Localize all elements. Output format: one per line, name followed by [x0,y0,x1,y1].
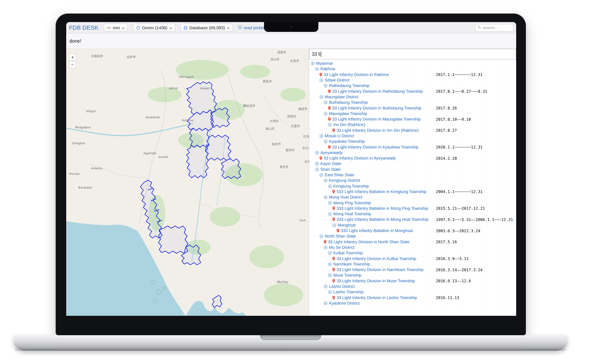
expand-icon[interactable] [328,201,332,205]
tree-node-label[interactable]: Kyauktaw Township [329,139,365,144]
tree-row[interactable]: Myanmar [309,61,516,66]
tree-node-label[interactable]: Mong Hsat District [329,195,362,200]
expand-icon[interactable] [328,273,332,277]
tree-row[interactable]: 33 Light Infantry Division in Maungdaw T… [309,117,516,122]
geom-dropdown[interactable]: Geom (1408) [133,24,175,32]
tree-row[interactable]: Kyaukme District [309,300,516,306]
tree-row[interactable]: Kayin State [309,161,516,167]
expand-icon[interactable] [324,112,328,116]
tree-node-label[interactable]: 33 Light Infantry Division in Maungdaw T… [332,117,421,122]
tree-node-label[interactable]: 33 Light Infantry Division in Rathedaung… [332,89,423,94]
tree-node-label[interactable]: 533 Light Infantry Battalion in Kengtung… [337,189,426,194]
tree-row[interactable]: Mong Hsat District [309,195,516,200]
tree-row[interactable]: Lashio District [309,284,516,289]
expand-icon[interactable] [328,251,332,255]
tree-row[interactable]: East Shan State [309,172,516,178]
pin-icon[interactable] [319,156,322,160]
tree-row[interactable]: Kyauktaw Township [309,139,516,144]
expand-icon[interactable] [328,262,332,266]
tree-node-label[interactable]: Mu Se District [329,245,354,250]
tree-node-label[interactable]: 33 Light Infantry Division in Ayeyarwady [324,156,396,161]
expand-icon[interactable] [324,195,328,199]
toolbar-search[interactable] [475,24,513,32]
pin-icon[interactable] [332,129,335,132]
expand-icon[interactable] [332,223,336,227]
tree-row[interactable]: Kengtung District [309,178,516,183]
tree-node-label[interactable]: Lashio District [329,284,355,289]
pin-icon[interactable] [328,90,331,93]
tree-node-label[interactable]: Inn Din (Rakhine) [333,122,365,127]
tree-row[interactable]: Kengtung Township [309,183,516,189]
expand-icon[interactable] [324,100,328,104]
expand-icon[interactable] [319,78,323,82]
tree-node-label[interactable]: 333 Light Infantry Battalion in Monghsat [341,228,413,233]
tree-node-label[interactable]: Kengtung District [329,178,360,183]
tree-row[interactable]: 333 Light Infantry Battalion in Mong Pin… [309,206,516,211]
tree-node-label[interactable]: Maungdaw Township [329,111,367,116]
tree-row[interactable]: 33 Light Infantry Division in Lashio Tow… [309,295,516,300]
tree-row[interactable]: Mong Hsat Township [309,211,516,217]
unit-dropdown[interactable]: mm [104,24,128,32]
tree-row[interactable]: Maungdaw District [309,94,516,100]
pin-icon[interactable] [337,229,339,233]
search-input[interactable] [482,25,506,30]
tree-node-label[interactable]: 33 Light Infantry Division in Inn Din (R… [337,128,418,133]
tree-filter-input[interactable]: 33 li [309,49,516,59]
tree-row[interactable]: 33 Light Infantry Division in Ayeyarwady… [309,156,516,161]
tree-node-label[interactable]: 33 Light Infantry Division in Namhkam To… [337,267,424,272]
expand-icon[interactable] [315,67,319,71]
expand-icon[interactable] [328,212,332,216]
tree-node-label[interactable]: Kengtung Township [333,184,369,188]
tree-node-label[interactable]: Mong Hsat Township [333,212,371,216]
pin-icon[interactable] [328,145,331,149]
expand-icon[interactable] [319,134,323,138]
expand-icon[interactable] [319,173,323,177]
expand-icon[interactable] [324,84,328,88]
tree-row[interactable]: 333 Light Infantry Battalion in Monghsat… [309,228,516,234]
tree-row[interactable]: Mrauk-U District [309,133,516,139]
tree-row[interactable]: Lashio Township [309,289,516,295]
tree-node-label[interactable]: 333 Light Infantry Battalion in Mong Pin… [337,206,428,211]
expand-icon[interactable] [319,234,323,238]
pin-icon[interactable] [332,218,335,221]
tree-node-label[interactable]: Monghsat [338,223,356,228]
expand-icon[interactable] [319,95,323,99]
tree-row[interactable]: Buthidaung Township [309,100,516,105]
tree-node-label[interactable]: Mrauk-U District [325,134,354,138]
pin-icon[interactable] [332,279,335,283]
tree-row[interactable]: 33 Light Infantry Division in Muse Towns… [309,278,516,284]
tree-row[interactable]: Muse Township [309,273,516,278]
tree-row[interactable]: 33 Light Infantry Division in North Shan… [309,239,516,245]
tree-node-label[interactable]: Kyaukme District [329,301,360,306]
expand-icon[interactable] [324,140,328,143]
tree-row[interactable]: Namhkam Township [309,261,516,267]
tree-node-label[interactable]: Rakhine [320,67,335,71]
tree-node-label[interactable]: Namhkam Township [333,262,370,266]
tree-row[interactable]: Inn Din (Rakhine) [309,122,516,127]
expand-icon[interactable] [328,290,332,294]
tree-node-label[interactable]: 33 Light Infantry Division in Kutkai Tow… [337,256,416,261]
pin-icon[interactable] [324,240,326,244]
map-view[interactable]: 日喀则市拉萨市成都市乐山市自贡市西昌市攀枝花市曲靖市昆明市大理市保山市玉溪市红河… [66,49,309,316]
tree-node-label[interactable]: Rathedaung Township [329,83,369,88]
expand-icon[interactable] [315,162,319,166]
pin-icon[interactable] [332,296,335,300]
tree-node-label[interactable]: Buthidaung Township [329,100,368,105]
pin-icon[interactable] [332,207,335,210]
tree-row[interactable]: 333 Light Infantry Battalion in Mong Hsa… [309,217,516,222]
tree-row[interactable]: Kutkai Township [309,250,516,256]
tree-node-label[interactable]: 333 Light Infantry Battalion in Mong Hsa… [337,217,429,222]
expand-icon[interactable] [328,184,332,188]
tree-row[interactable]: Sittwe District [309,78,516,83]
tree-row[interactable]: Mong Ping Township [309,200,516,206]
expand-icon[interactable] [324,301,328,305]
expand-icon[interactable] [311,61,315,65]
tree-row[interactable]: Ayeyarwady [309,150,516,156]
tree-node-label[interactable]: Mong Ping Township [333,201,371,205]
pin-icon[interactable] [332,257,335,261]
expand-icon[interactable] [315,168,319,171]
tree-node-label[interactable]: 33 Light Infantry Division in Lashio Tow… [337,295,417,300]
tree-node-label[interactable]: North Shan State [325,234,356,239]
zoom-in-button[interactable]: + [69,54,76,61]
pin-icon[interactable] [328,106,331,110]
